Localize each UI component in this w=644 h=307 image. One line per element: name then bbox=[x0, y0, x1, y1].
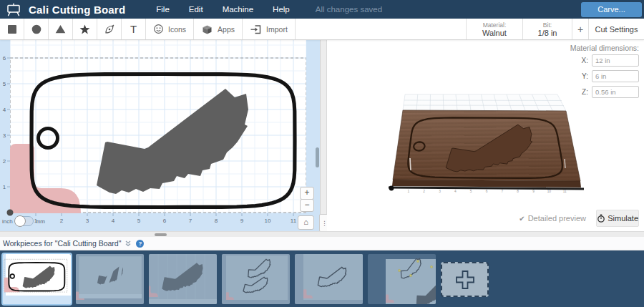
z-dimension-field[interactable] bbox=[592, 86, 639, 98]
icons-tool-button[interactable]: Icons bbox=[146, 19, 194, 39]
home-view-button[interactable]: ⌂ bbox=[298, 215, 314, 230]
preview-controls: ✔Detailed preview Simulate bbox=[519, 210, 639, 227]
text-tool-button[interactable]: T bbox=[122, 19, 146, 39]
carve-button[interactable]: Carve... bbox=[581, 2, 642, 17]
import-icon bbox=[250, 24, 262, 35]
icons-label: Icons bbox=[168, 25, 186, 34]
star-icon bbox=[79, 24, 90, 34]
origin-marker-3d bbox=[389, 186, 394, 191]
rectangle-icon bbox=[7, 24, 17, 34]
preview-ruler: 1234567891011 bbox=[407, 190, 566, 193]
svg-text:9: 9 bbox=[532, 190, 535, 193]
svg-text:5: 5 bbox=[137, 218, 141, 224]
design-canvas[interactable]: 1234567891011123456 bbox=[0, 40, 320, 231]
menu-machine[interactable]: Machine bbox=[223, 5, 253, 14]
unit-toggle-knob[interactable] bbox=[14, 215, 26, 227]
check-icon: ✔ bbox=[519, 215, 525, 223]
y-dimension-field[interactable] bbox=[592, 70, 639, 82]
workpieces-strip bbox=[0, 250, 644, 307]
z-label: Z: bbox=[582, 88, 588, 96]
svg-text:6: 6 bbox=[163, 218, 167, 224]
add-workpiece-button[interactable] bbox=[441, 262, 489, 297]
svg-text:2: 2 bbox=[3, 158, 6, 165]
menu-edit[interactable]: Edit bbox=[189, 5, 203, 14]
svg-text:10: 10 bbox=[265, 218, 271, 224]
circle-icon bbox=[31, 24, 42, 34]
svg-text:4: 4 bbox=[454, 190, 457, 193]
help-icon[interactable]: ? bbox=[136, 240, 144, 248]
workpiece-thumbnail-1[interactable] bbox=[3, 254, 71, 304]
rectangle-tool-button[interactable] bbox=[0, 19, 24, 39]
cut-settings-group: Material: Walnut Bit: 1/8 in + Cut Setti… bbox=[466, 19, 644, 39]
x-dimension-field[interactable] bbox=[592, 54, 639, 67]
splitter-pill-handle[interactable] bbox=[155, 233, 167, 236]
svg-text:1: 1 bbox=[3, 184, 6, 190]
workpieces-title: Workpieces for "Cali Cutting Board" bbox=[3, 239, 121, 248]
material-dimensions-label: Material dimensions: bbox=[570, 44, 639, 52]
stopwatch-icon bbox=[597, 214, 605, 223]
svg-text:2: 2 bbox=[423, 190, 425, 193]
material-selector[interactable]: Material: Walnut bbox=[466, 19, 522, 39]
workpiece-thumbnail-3[interactable] bbox=[149, 254, 217, 304]
origin-marker[interactable] bbox=[7, 210, 14, 216]
bit-value: 1/8 in bbox=[538, 29, 557, 37]
menu-help[interactable]: Help bbox=[273, 5, 290, 14]
svg-text:5: 5 bbox=[3, 81, 6, 87]
import-tool-button[interactable]: Import bbox=[243, 19, 296, 39]
svg-text:6: 6 bbox=[3, 55, 6, 62]
walnut-board-3d[interactable] bbox=[393, 110, 580, 181]
svg-text:5: 5 bbox=[470, 190, 472, 193]
inch-label: inch bbox=[2, 218, 13, 225]
y-label: Y: bbox=[582, 72, 588, 80]
star-tool-button[interactable] bbox=[73, 19, 97, 39]
svg-text:7: 7 bbox=[189, 218, 192, 224]
menu-bar: File Edit Machine Help bbox=[137, 5, 289, 14]
svg-text:11: 11 bbox=[291, 218, 297, 224]
zoom-out-button[interactable]: − bbox=[300, 199, 314, 212]
detailed-preview-toggle[interactable]: ✔Detailed preview bbox=[519, 214, 586, 223]
canvas-vertical-scrollbar[interactable] bbox=[316, 147, 319, 167]
add-bit-button[interactable]: + bbox=[572, 19, 588, 39]
apps-cube-icon bbox=[201, 24, 213, 35]
svg-text:8: 8 bbox=[215, 218, 218, 224]
horizontal-splitter[interactable] bbox=[0, 231, 644, 237]
workpiece-thumbnail-6[interactable] bbox=[368, 254, 436, 304]
save-status: All changes saved bbox=[316, 5, 382, 14]
panel-splitter[interactable]: ⋮ bbox=[320, 40, 327, 231]
menu-file[interactable]: File bbox=[156, 5, 170, 14]
circle-tool-button[interactable] bbox=[24, 19, 49, 39]
unit-toggle-track[interactable] bbox=[15, 216, 34, 226]
svg-text:3: 3 bbox=[86, 218, 89, 224]
workpiece-thumbnail-4[interactable] bbox=[222, 254, 290, 304]
collapse-chevron-icon[interactable] bbox=[125, 240, 132, 247]
svg-text:1: 1 bbox=[407, 190, 409, 193]
workpiece-thumbnail-2[interactable] bbox=[76, 254, 144, 304]
triangle-tool-button[interactable] bbox=[49, 19, 73, 39]
zoom-in-button[interactable]: + bbox=[300, 187, 314, 200]
design-canvas-panel[interactable]: 1234567891011123456 inch mm + − ⌂ bbox=[0, 40, 320, 231]
main-area: 1234567891011123456 inch mm + − ⌂ ⋮ 1234… bbox=[0, 40, 644, 231]
easel-logo-icon[interactable] bbox=[5, 2, 22, 16]
preview-3d-panel[interactable]: 1234567891011 Material dimensions: X: Y:… bbox=[327, 40, 644, 231]
material-dimensions: Material dimensions: X: Y: Z: bbox=[570, 44, 639, 102]
import-label: Import bbox=[266, 25, 288, 34]
svg-text:4: 4 bbox=[112, 218, 115, 224]
workpiece-thumbnail-5[interactable] bbox=[295, 254, 363, 304]
unit-toggle[interactable]: inch mm bbox=[2, 216, 45, 226]
pen-tool-button[interactable] bbox=[97, 19, 122, 39]
triangle-icon bbox=[55, 24, 66, 34]
bit-selector[interactable]: Bit: 1/8 in bbox=[522, 19, 572, 39]
svg-text:11: 11 bbox=[563, 190, 567, 193]
simulate-button[interactable]: Simulate bbox=[596, 210, 639, 227]
svg-text:7: 7 bbox=[501, 190, 503, 193]
project-title[interactable]: Cali Cutting Board bbox=[29, 4, 125, 16]
cut-settings-button[interactable]: Cut Settings bbox=[588, 19, 644, 39]
simulate-label: Simulate bbox=[608, 214, 638, 223]
easel-app-window: Cali Cutting Board File Edit Machine Hel… bbox=[0, 0, 644, 307]
shape-toolbar: T Icons Apps Import bbox=[0, 19, 644, 40]
detailed-preview-label: Detailed preview bbox=[528, 214, 586, 223]
svg-text:4: 4 bbox=[3, 107, 6, 113]
apps-tool-button[interactable]: Apps bbox=[194, 19, 243, 39]
pen-icon bbox=[104, 24, 115, 35]
svg-text:6: 6 bbox=[486, 190, 488, 193]
